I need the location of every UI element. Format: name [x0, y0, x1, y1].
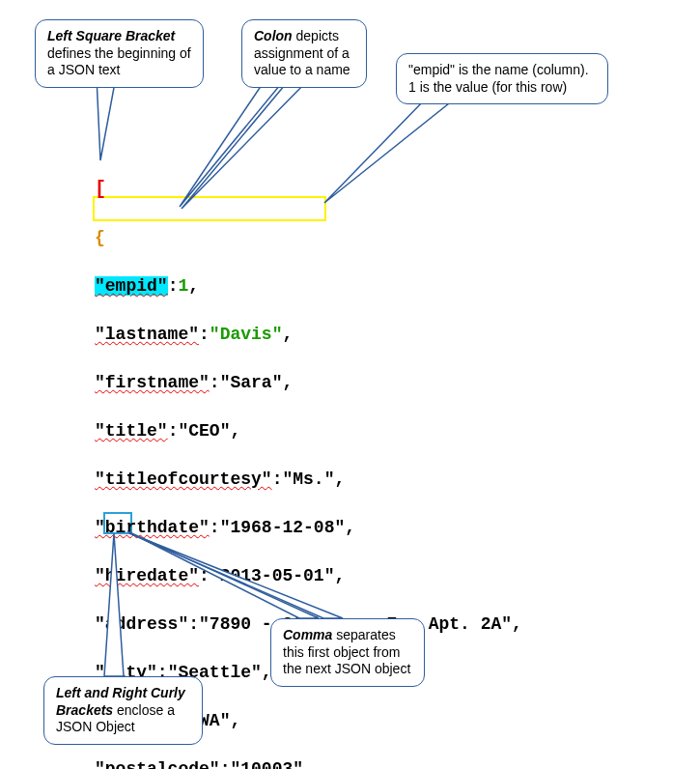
token-lastname-key: "lastname" — [95, 325, 199, 344]
token-title-key: "title" — [95, 421, 168, 441]
callout-colon: Colon depicts assignment of a value to a… — [241, 19, 367, 88]
callout-text: 1 is the value (for this row) — [408, 79, 567, 95]
callout-em: Colon — [254, 28, 293, 43]
token-bdate-val: "1968-12-08" — [220, 518, 346, 537]
callout-text: a JSON text — [47, 62, 120, 77]
token-firstname-val: "Sara" — [220, 373, 283, 392]
token-empid-key: "empid" — [95, 276, 168, 296]
callout-text: value to a name — [254, 62, 350, 77]
token-title-val: "CEO" — [178, 421, 230, 441]
token-firstname-key: "firstname" — [95, 373, 210, 392]
callout-text: "empid" is the name (column). — [408, 62, 589, 77]
callout-empid-value: "empid" is the name (column). 1 is the v… — [396, 53, 608, 104]
token-bdate-key: "birthdate" — [95, 518, 210, 537]
token-pcode-key: "postalcode" — [95, 759, 220, 769]
callout-comma: Comma separates this first object from t… — [270, 618, 425, 687]
callout-em: Comma — [283, 627, 332, 642]
svg-marker-0 — [97, 77, 116, 160]
token-left-bracket: [ — [95, 178, 106, 200]
token-pcode-val: "10003" — [230, 759, 303, 769]
token-toc-val: "Ms." — [282, 470, 334, 489]
callout-text: next JSON object — [305, 661, 410, 676]
callout-em: Left Square Bracket — [47, 28, 175, 43]
token-colon: : — [168, 276, 179, 296]
callout-left-square-bracket: Left Square Bracket defines the beginnin… — [35, 19, 204, 88]
callout-em: Left and Right Curly — [56, 685, 185, 700]
callout-text: defines the beginning of — [47, 45, 191, 61]
token-hdate-val: "2013-05-01" — [210, 566, 335, 585]
callout-text: assignment of a — [254, 45, 350, 61]
token-hdate-key: "hiredate" — [95, 566, 199, 585]
token-toc-key: "titleofcourtesy" — [95, 470, 272, 489]
callout-text: depicts — [293, 28, 339, 43]
callout-text: Object — [96, 719, 134, 734]
token-empid-val: 1 — [178, 276, 188, 296]
token-lastname-val: "Davis" — [210, 325, 283, 344]
token-comma: , — [188, 276, 199, 296]
callout-curly-brackets: Left and Right Curly Brackets enclose a … — [43, 676, 203, 745]
token-left-curly: { — [95, 228, 105, 247]
token-addr-key: "address" — [95, 614, 188, 634]
callout-em: Brackets — [56, 702, 113, 718]
